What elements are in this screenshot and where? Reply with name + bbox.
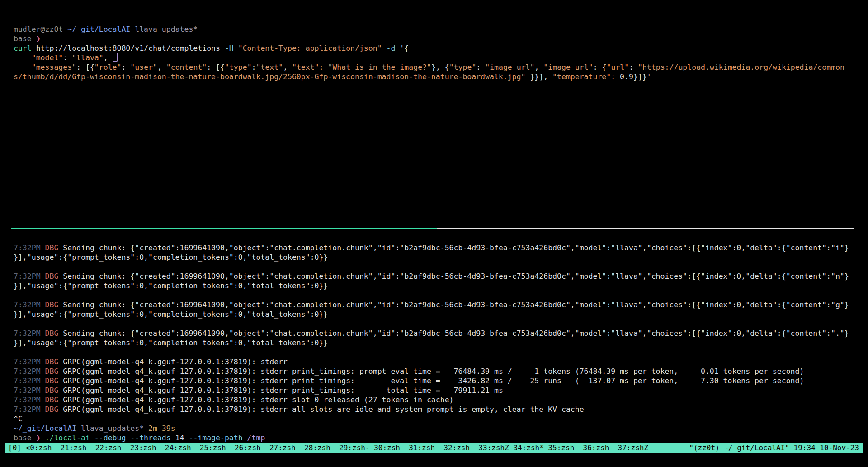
terminal-text-span: 7:32PM [14,272,41,281]
terminal-text-span: 7:32PM [14,300,41,309]
terminal-text-span: DBG [45,243,59,252]
terminal-text-span: GRPC(ggml-model-q4_k.gguf-127.0.0.1:3781… [58,357,288,366]
terminal-text-span: "content" [166,63,207,71]
tmux-window-list: [0] <0:zsh 21:zsh 22:zsh 23:zsh 24:zsh 2… [8,443,648,453]
terminal-text-span: : [319,63,328,71]
terminal-line: 7:32PM DBG Sending chunk: {"created":169… [14,300,849,310]
terminal-line: }],"usage":{"prompt_tokens":0,"completio… [14,281,849,291]
terminal-text-span: : [476,63,485,71]
terminal-text-span: --image-path [184,434,243,442]
terminal-line: ^C [14,414,849,424]
terminal-line: 7:32PM DBG GRPC(ggml-model-q4_k.gguf-127… [14,405,849,414]
terminal-text-span: -H [225,44,234,52]
pane-divider-active-segment [11,228,437,229]
terminal-text-span: : 0.9}]}' [611,72,651,81]
terminal-text-span: Sending chunk: {"created":1699641090,"ob… [58,272,849,281]
terminal-text-span: 7:32PM [14,376,41,385]
terminal-text-span: "image_url" [485,63,534,71]
terminal-text-span: /tmp [247,434,265,442]
terminal-text-span: : { [593,63,607,71]
terminal-text-span: }}], [525,72,552,81]
terminal-text-span: GRPC(ggml-model-q4_k.gguf-127.0.0.1:3781… [58,386,503,395]
terminal-text-span: "user" [130,63,157,71]
terminal-text-span [234,44,238,52]
terminal-text-span: "What is in the image?" [328,63,431,71]
terminal-text-span: ~/_git/LocalAI [14,424,76,433]
terminal-text-span: DBG [45,272,59,281]
terminal-text-span: mudler@zz0t [14,25,67,33]
terminal-line: 7:32PM DBG GRPC(ggml-model-q4_k.gguf-127… [14,357,849,367]
terminal-text-span: DBG [45,367,59,376]
terminal-text-span [41,329,45,338]
terminal-line [14,319,849,329]
terminal-text-span: GRPC(ggml-model-q4_k.gguf-127.0.0.1:3781… [58,376,804,385]
terminal-text-span: "Content-Type: application/json" [238,44,382,52]
terminal-line: ~/_git/LocalAI llava_updates* 2m 39s [14,424,849,433]
terminal-line: mudler@zz0t ~/_git/LocalAI llava_updates… [14,24,844,34]
pane-divider [11,228,854,229]
terminal-text-span: : [63,53,72,62]
terminal-text-span: 7:32PM [14,386,41,395]
terminal-text-span: DBG [45,396,59,404]
terminal-text-span: , [283,63,292,71]
terminal-text-span: "type" [225,63,252,71]
terminal-line: base ❯ [14,34,844,43]
terminal-text-span: }],"usage":{"prompt_tokens":0,"completio… [14,338,328,347]
terminal-line [14,291,849,300]
terminal-text-span: Sending chunk: {"created":1699641090,"ob… [58,300,849,309]
terminal-text-span: 7:32PM [14,396,41,404]
terminal-text-span [41,386,45,395]
terminal-text-span: : [629,63,638,71]
terminal-text-span: 2m 39s [144,424,175,433]
terminal-line [14,348,849,357]
terminal-text-span: DBG [45,357,59,366]
terminal-text-span: DBG [45,386,59,395]
terminal-line: curl http://localhost:8080/v1/chat/compl… [14,43,844,53]
terminal-text-span [41,405,45,414]
terminal-line: 7:32PM DBG GRPC(ggml-model-q4_k.gguf-127… [14,367,849,376]
terminal-text-span: "type" [449,63,476,71]
terminal-text-span [41,300,45,309]
terminal-line: "messages": [{"role": "user", "content":… [14,62,844,72]
terminal-line: 7:32PM DBG Sending chunk: {"created":169… [14,272,849,281]
tmux-status-bar: [0] <0:zsh 21:zsh 22:zsh 23:zsh 24:zsh 2… [5,443,863,453]
terminal-text-span [41,376,45,385]
terminal[interactable]: mudler@zz0t ~/_git/LocalAI llava_updates… [0,0,868,467]
terminal-text-span: llava_updates* [76,424,144,433]
terminal-text-span: ^C [14,415,23,423]
terminal-text-span: }],"usage":{"prompt_tokens":0,"completio… [14,281,328,290]
terminal-line: }],"usage":{"prompt_tokens":0,"completio… [14,310,849,319]
terminal-text-span: }],"usage":{"prompt_tokens":0,"completio… [14,310,328,319]
terminal-text-span: 7:32PM [14,329,41,338]
terminal-text-span: "text" [256,63,283,71]
terminal-line: base ❯ ./local-ai --debug --threads 14 -… [14,433,849,443]
terminal-text-span: 14 [171,434,184,442]
terminal-text-span [14,53,32,62]
terminal-text-span: }, { [431,63,449,71]
terminal-line: 7:32PM DBG Sending chunk: {"created":169… [14,329,849,338]
terminal-text-span: : [121,63,130,71]
terminal-text-span: 7:32PM [14,405,41,414]
terminal-text-span: GRPC(ggml-model-q4_k.gguf-127.0.0.1:3781… [58,367,804,376]
terminal-text-span: 7:32PM [14,357,41,366]
terminal-text-span: : [252,63,256,71]
terminal-text-span: '{ [395,44,409,52]
terminal-scrollback: mudler@zz0t ~/_git/LocalAI llava_updates… [14,24,844,81]
terminal-text-span [41,357,45,366]
terminal-text-span: 7:32PM [14,243,41,252]
terminal-text-span: , [104,53,113,62]
terminal-text-span: "url" [606,63,629,71]
terminal-text-span [41,396,45,404]
terminal-text-span [41,243,45,252]
terminal-text-span: --debug --threads [90,434,171,442]
terminal-line [14,262,849,272]
terminal-text-span: , [534,63,543,71]
terminal-text-span [41,272,45,281]
terminal-text-span: DBG [45,329,59,338]
terminal-text-span [41,367,45,376]
terminal-text-span [382,44,387,52]
terminal-text-span: "text" [292,63,319,71]
terminal-text-span: llava_updates* [130,25,198,33]
terminal-text-span: "llava" [72,53,104,62]
terminal-line: 7:32PM DBG GRPC(ggml-model-q4_k.gguf-127… [14,376,849,386]
